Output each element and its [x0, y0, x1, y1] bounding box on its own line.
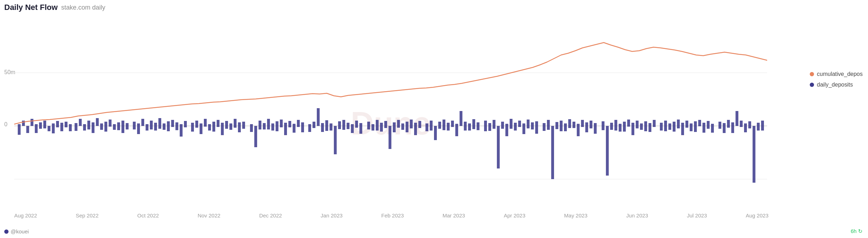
svg-rect-100 — [447, 123, 450, 131]
svg-rect-155 — [694, 121, 697, 132]
x-label-aug2023: Aug 2023 — [746, 212, 769, 218]
svg-rect-35 — [154, 123, 157, 131]
svg-rect-34 — [150, 121, 153, 129]
legend: cumulative_depos daily_deposits — [810, 71, 863, 88]
svg-rect-162 — [727, 120, 730, 128]
svg-rect-147 — [660, 123, 663, 131]
svg-rect-57 — [254, 126, 257, 147]
svg-rect-9 — [39, 122, 42, 129]
x-label-jun2023: Jun 2023 — [626, 212, 648, 218]
svg-rect-61 — [271, 123, 274, 131]
svg-rect-90 — [401, 123, 404, 130]
svg-rect-82 — [367, 122, 370, 129]
svg-rect-58 — [259, 121, 261, 129]
svg-rect-159 — [711, 124, 714, 133]
svg-rect-12 — [52, 123, 55, 133]
svg-rect-23 — [100, 123, 103, 130]
svg-rect-17 — [75, 123, 77, 131]
svg-rect-69 — [308, 124, 311, 132]
svg-rect-134 — [602, 121, 604, 130]
svg-rect-84 — [376, 120, 379, 131]
svg-rect-63 — [280, 120, 283, 127]
svg-rect-52 — [229, 123, 232, 130]
svg-rect-165 — [740, 121, 743, 127]
svg-rect-129 — [577, 124, 580, 136]
svg-rect-11 — [48, 126, 50, 131]
svg-rect-140 — [627, 120, 630, 127]
svg-rect-161 — [723, 123, 726, 133]
main-chart: Dune — [14, 20, 767, 204]
svg-rect-41 — [180, 124, 183, 137]
svg-rect-38 — [167, 121, 170, 131]
svg-rect-8 — [35, 124, 38, 133]
svg-rect-107 — [477, 122, 479, 130]
svg-rect-133 — [594, 123, 597, 134]
svg-rect-118 — [527, 120, 530, 128]
svg-rect-106 — [472, 119, 475, 129]
svg-rect-83 — [371, 124, 374, 131]
svg-rect-20 — [87, 121, 90, 129]
svg-rect-146 — [653, 120, 656, 127]
svg-rect-85 — [380, 123, 383, 132]
svg-rect-128 — [573, 122, 575, 128]
svg-rect-157 — [702, 123, 705, 133]
svg-rect-71 — [317, 108, 320, 126]
svg-rect-141 — [631, 123, 634, 135]
svg-rect-158 — [707, 121, 710, 129]
svg-rect-13 — [56, 121, 59, 127]
footer-refresh[interactable]: 6h ↻ — [851, 228, 863, 234]
svg-rect-28 — [121, 121, 124, 133]
svg-rect-18 — [79, 119, 82, 126]
x-label-jul2023: Jul 2023 — [687, 212, 707, 218]
svg-rect-120 — [535, 121, 538, 134]
x-label-may2023: May 2023 — [564, 212, 587, 218]
legend-item-daily: daily_deposits — [810, 82, 863, 88]
svg-rect-24 — [104, 122, 107, 132]
svg-rect-59 — [263, 123, 266, 129]
svg-rect-62 — [276, 121, 278, 131]
chart-container: Daily Net Flow stake.com daily 50m 0 Dun… — [0, 0, 868, 238]
svg-rect-168 — [753, 126, 755, 183]
svg-rect-150 — [673, 122, 676, 132]
svg-rect-122 — [547, 120, 550, 130]
svg-rect-169 — [757, 123, 760, 131]
svg-rect-142 — [636, 121, 639, 128]
svg-rect-78 — [347, 123, 349, 129]
svg-rect-148 — [664, 121, 667, 131]
svg-rect-32 — [141, 119, 144, 126]
svg-rect-130 — [581, 120, 584, 127]
x-label-sep2022: Sep 2022 — [76, 212, 98, 218]
svg-rect-116 — [518, 121, 521, 127]
svg-rect-73 — [325, 120, 328, 131]
svg-rect-97 — [434, 126, 437, 140]
svg-rect-81 — [359, 123, 362, 134]
svg-rect-29 — [126, 123, 129, 129]
svg-rect-103 — [460, 111, 462, 126]
svg-rect-89 — [397, 120, 400, 128]
chart-title: Daily Net Flow — [4, 3, 58, 12]
svg-rect-160 — [718, 122, 721, 129]
svg-rect-92 — [410, 120, 413, 128]
svg-rect-65 — [288, 121, 291, 127]
x-label-apr2023: Apr 2023 — [504, 212, 525, 218]
svg-rect-14 — [60, 123, 63, 131]
svg-rect-70 — [313, 122, 315, 128]
svg-rect-37 — [163, 123, 166, 130]
svg-rect-137 — [614, 120, 617, 131]
svg-rect-10 — [43, 121, 46, 128]
svg-rect-47 — [208, 124, 211, 131]
svg-rect-31 — [137, 123, 140, 134]
legend-label-daily: daily_deposits — [817, 82, 853, 88]
svg-rect-96 — [430, 121, 433, 131]
legend-dot-cumulative — [810, 72, 814, 76]
svg-rect-67 — [297, 120, 300, 127]
svg-rect-112 — [501, 122, 504, 129]
svg-rect-64 — [284, 123, 287, 135]
svg-rect-74 — [330, 123, 332, 131]
chart-title-area: Daily Net Flow stake.com daily — [4, 3, 105, 12]
svg-rect-16 — [69, 124, 72, 131]
svg-rect-125 — [560, 121, 563, 131]
chart-subtitle: stake.com daily — [61, 4, 105, 11]
svg-rect-117 — [522, 123, 525, 134]
svg-rect-79 — [351, 124, 354, 133]
